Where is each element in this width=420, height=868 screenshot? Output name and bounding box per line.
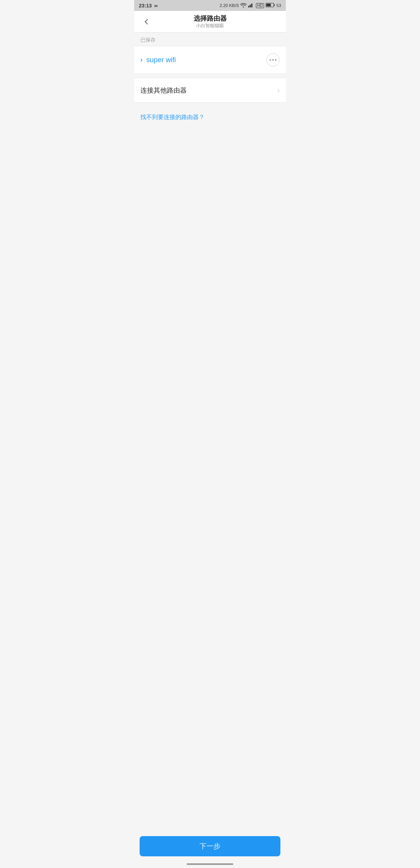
status-bar: 23:13 ∞ 2.20 KB/S HD [134, 0, 286, 11]
dot3 [275, 59, 276, 61]
dot1 [270, 59, 271, 61]
svg-rect-3 [253, 3, 254, 7]
time-display: 23:13 [139, 3, 152, 9]
nav-bar: 选择路由器 小白智能猫眼 [134, 11, 286, 33]
svg-rect-2 [251, 4, 252, 7]
wifi-icon [240, 3, 247, 8]
connect-other-label: 连接其他路由器 [140, 86, 277, 95]
svg-rect-0 [248, 6, 249, 7]
help-section: 找不到要连接的路由器？ [134, 107, 286, 128]
hd-badge: HD [256, 3, 264, 8]
wifi-selected-icon: › [140, 56, 142, 63]
connect-other-row[interactable]: 连接其他路由器 › [134, 78, 286, 102]
connect-other-section: 连接其他路由器 › [134, 78, 286, 103]
wifi-more-button[interactable] [266, 53, 280, 66]
nav-title-block: 选择路由器 小白智能猫眼 [194, 15, 227, 28]
saved-wifi-section: › super wifi [134, 46, 286, 74]
status-right: 2.20 KB/S HD 53 [220, 3, 281, 8]
wifi-name-label: super wifi [146, 56, 266, 64]
back-button[interactable] [140, 15, 154, 29]
page-title: 选择路由器 [194, 15, 227, 23]
page-subtitle: 小白智能猫眼 [194, 23, 227, 28]
battery-icon [266, 3, 275, 8]
svg-rect-5 [274, 4, 275, 6]
svg-rect-1 [250, 5, 251, 7]
section-gap-1 [134, 74, 286, 78]
main-content: 已保存 › super wifi 连接其他路由器 › 找不到要连接的路由器？ [134, 33, 286, 375]
section-gap-2 [134, 103, 286, 107]
signal-icon [248, 3, 254, 8]
saved-section-label: 已保存 [134, 33, 286, 46]
network-speed: 2.20 KB/S [220, 3, 239, 8]
svg-rect-6 [266, 4, 271, 7]
status-left: 23:13 ∞ [139, 3, 158, 9]
more-dots-icon [270, 59, 276, 61]
wifi-item[interactable]: › super wifi [134, 46, 286, 74]
dot2 [272, 59, 274, 61]
empty-space [134, 128, 286, 375]
battery-level: 53 [276, 3, 281, 8]
chevron-right-icon: › [277, 86, 280, 94]
help-link[interactable]: 找不到要连接的路由器？ [140, 114, 205, 120]
infinity-icon: ∞ [154, 3, 158, 9]
back-arrow-icon [145, 19, 150, 24]
